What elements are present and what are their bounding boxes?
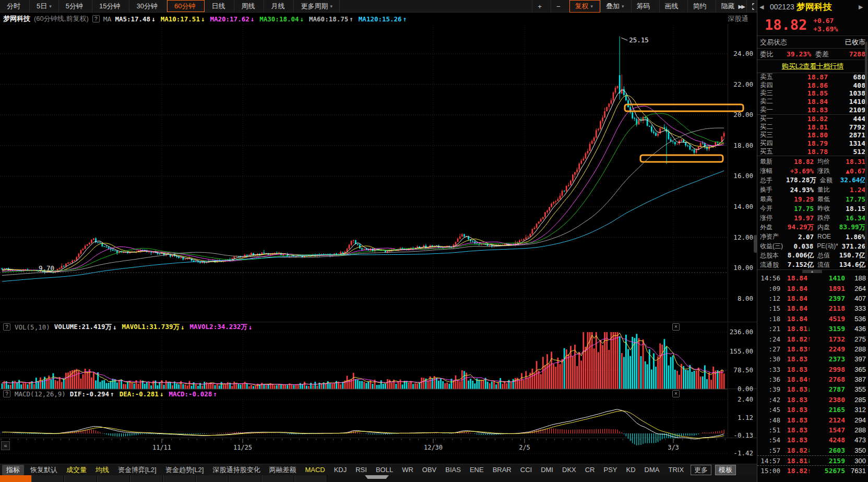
- scrollbar-thumb[interactable]: [865, 42, 867, 104]
- panel-collapse-handle[interactable]: [365, 475, 389, 479]
- indicator-tab[interactable]: DMA: [640, 466, 664, 474]
- indicator-tab[interactable]: MACD: [301, 466, 329, 474]
- tick-list[interactable]: 14:56 18.84 1410 188 :09 18.84 1891 264 …: [757, 273, 868, 476]
- panel-splitter-handle[interactable]: ▲: [802, 269, 822, 273]
- tool-label: 叠加: [606, 2, 620, 11]
- indicator-tab[interactable]: 均线: [91, 465, 113, 475]
- stat-label: 金额: [816, 176, 840, 185]
- panel-divider-handle[interactable]: [754, 235, 757, 253]
- prev-stock-icon[interactable]: ◀: [759, 4, 767, 10]
- indicator-tab[interactable]: BIAS: [441, 466, 465, 474]
- indicator-tab[interactable]: 指标: [2, 465, 24, 475]
- close-icon[interactable]: ×: [672, 390, 680, 397]
- bottom-tab[interactable]: [97, 475, 130, 482]
- indicator-tab[interactable]: ENE: [466, 466, 488, 474]
- period-button[interactable]: 30分钟: [129, 0, 167, 12]
- sell-level-row[interactable]: 卖四 18.86 408: [757, 81, 868, 90]
- period-button[interactable]: 15分钟: [92, 0, 129, 12]
- indicator-tab[interactable]: KD: [622, 466, 640, 474]
- buy-level-row[interactable]: 买二 18.81 7792: [757, 123, 868, 132]
- buy-level-row[interactable]: 买一 18.82 444: [757, 115, 868, 123]
- tick-row: :33 18.83 2998 365: [757, 365, 868, 374]
- indicator-tab[interactable]: TRIX: [664, 466, 688, 474]
- indicator-tab[interactable]: DKX: [558, 466, 580, 474]
- stat-value: 7.152亿: [786, 261, 814, 269]
- period-button[interactable]: 更多周期 ▾: [294, 0, 340, 12]
- tool-button[interactable]: +: [532, 0, 551, 13]
- volume-value: MAVOL1:31.739万: [122, 323, 180, 332]
- indicator-tab[interactable]: CCI: [516, 466, 536, 474]
- indicator-tab[interactable]: KDJ: [330, 466, 351, 474]
- tick-volume: 2397: [814, 295, 845, 302]
- bottom-tab[interactable]: [229, 475, 261, 482]
- bottom-tab[interactable]: [294, 475, 327, 482]
- bottom-tab[interactable]: [261, 475, 294, 482]
- indicator-tab[interactable]: RSI: [351, 466, 371, 474]
- tick-count: 275: [845, 335, 866, 343]
- kline-chart[interactable]: 24.0022.0020.0018.0016.0014.0012.0010.00…: [0, 0, 757, 482]
- help-icon[interactable]: ?: [3, 390, 10, 397]
- period-button[interactable]: 周线: [234, 0, 264, 12]
- indicator-tab[interactable]: OBV: [418, 466, 441, 474]
- close-icon[interactable]: ×: [672, 323, 680, 331]
- help-icon[interactable]: ?: [3, 323, 10, 331]
- stats-row: 涨幅 +3.69% 涨跌 ▲0.67: [757, 166, 868, 175]
- next-stock-icon[interactable]: ▶: [859, 4, 866, 10]
- period-toolbar: 分时 5日 ▾ 5分钟 15分钟 30分钟: [0, 0, 757, 13]
- active-bottom-tab[interactable]: [0, 475, 31, 482]
- tool-button[interactable]: 隐藏 ▶▶: [716, 0, 750, 13]
- chart-header: 梦网科技 (60分钟线,前复权) ? MA MA5:17.48 ↓ MA10:1…: [3, 14, 723, 24]
- tick-volume: 2998: [814, 366, 845, 373]
- buy-level-row[interactable]: 买五 18.78 512: [757, 147, 868, 156]
- period-label: 更多周期: [301, 2, 328, 11]
- stat-value: +3.69%: [786, 167, 814, 175]
- bottom-tab[interactable]: [196, 475, 229, 482]
- indicator-tab[interactable]: 深股通持股变化: [208, 465, 264, 475]
- tool-button[interactable]: −: [551, 0, 569, 13]
- header-link[interactable]: 深股通: [728, 14, 750, 23]
- bottom-tab[interactable]: [31, 475, 64, 482]
- indicator-tab[interactable]: 恢复默认: [26, 465, 62, 475]
- indicator-tab[interactable]: 两融差额: [265, 465, 300, 475]
- tool-button[interactable]: 复权 ▾: [569, 0, 601, 13]
- indicator-tab[interactable]: 资金博弈[L2]: [114, 465, 161, 475]
- indicator-tab[interactable]: 更多: [691, 465, 711, 475]
- period-button[interactable]: 5分钟: [59, 0, 92, 12]
- period-button[interactable]: 月线: [264, 0, 294, 12]
- period-button[interactable]: 5日 ▾: [30, 0, 59, 12]
- ma-group-label[interactable]: MA: [103, 15, 112, 23]
- bottom-tab[interactable]: [163, 475, 196, 482]
- indicator-tab[interactable]: DMI: [537, 466, 557, 474]
- tool-button[interactable]: 叠加 ▾: [600, 0, 631, 13]
- sell-level-row[interactable]: 卖二 18.84 1410: [757, 98, 868, 106]
- sell-level-row[interactable]: 卖五 18.87 680: [757, 73, 868, 81]
- indicator-tab[interactable]: 模板: [715, 465, 736, 475]
- indicator-tab[interactable]: BOLL: [372, 466, 397, 474]
- indicator-tab[interactable]: CR: [581, 466, 599, 474]
- scroll-left-button[interactable]: «: [1, 441, 10, 450]
- indicator-tab[interactable]: BRAR: [489, 466, 516, 474]
- buy-level-row[interactable]: 买四 18.79 1314: [757, 139, 868, 148]
- indicator-tab[interactable]: WR: [398, 466, 418, 474]
- bottom-tab[interactable]: [64, 475, 97, 482]
- help-icon[interactable]: ?: [92, 15, 100, 22]
- period-label: 日线: [211, 2, 225, 11]
- sell-level-label: 卖二: [760, 97, 778, 106]
- indicator-tab[interactable]: PSY: [600, 466, 622, 474]
- period-button[interactable]: 分时: [0, 0, 30, 12]
- tool-button[interactable]: 筹码: [631, 0, 659, 13]
- tool-button[interactable]: 画线: [659, 0, 687, 13]
- bottom-tab[interactable]: [130, 475, 163, 482]
- buy-level-row[interactable]: 买三 18.80 2871: [757, 131, 868, 139]
- sell-level-row[interactable]: 卖三 18.85 1038: [757, 89, 868, 98]
- indicator-tab[interactable]: 成交量: [62, 465, 91, 475]
- indicator-tab[interactable]: 资金趋势[L2]: [161, 465, 208, 475]
- tool-button[interactable]: 简约: [687, 0, 716, 13]
- period-button[interactable]: 日线: [205, 0, 234, 12]
- stat-value: 18.31: [838, 158, 865, 166]
- panel-scrollbar[interactable]: [865, 42, 867, 261]
- l2-quote-link[interactable]: 购买L2查看十档行情: [782, 62, 843, 71]
- period-button[interactable]: 60分钟: [167, 0, 205, 12]
- ma-legend-item: MA30:18.04 ↓: [259, 15, 304, 23]
- sell-level-row[interactable]: 卖一 18.83 2109: [757, 105, 868, 114]
